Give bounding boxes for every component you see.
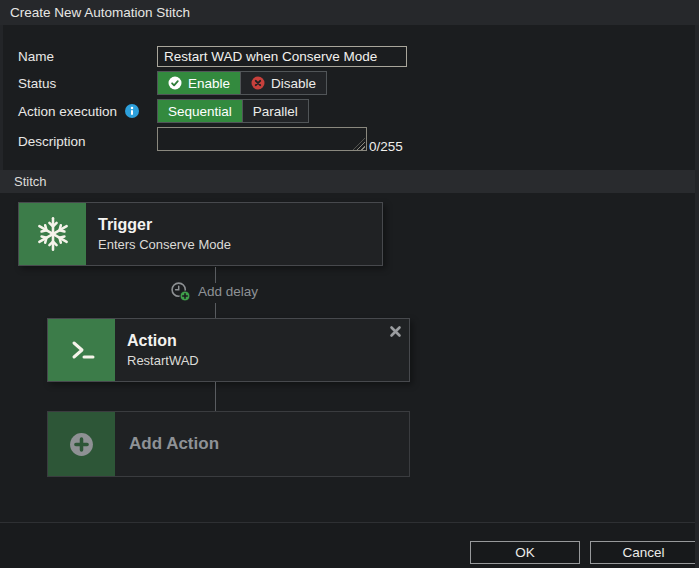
trigger-card[interactable]: Trigger Enters Conserve Mode	[18, 202, 383, 266]
sequential-button[interactable]: Sequential	[158, 100, 242, 122]
plus-circle-icon	[68, 431, 95, 458]
description-label: Description	[18, 134, 157, 149]
action-execution-row: Action execution Sequential Parallel	[18, 99, 407, 123]
cancel-button[interactable]: Cancel	[590, 541, 697, 564]
check-circle-icon	[168, 76, 182, 90]
enable-label: Enable	[188, 76, 230, 91]
dialog-footer: OK Cancel	[0, 523, 699, 568]
add-delay-button[interactable]: Add delay	[170, 281, 258, 302]
name-row: Name	[18, 45, 407, 67]
stitch-section-header: Stitch	[0, 170, 699, 193]
description-field-wrap	[157, 127, 367, 155]
sequential-label: Sequential	[168, 104, 232, 119]
parallel-button[interactable]: Parallel	[242, 100, 308, 122]
add-action-icon-square	[48, 412, 115, 476]
disable-label: Disable	[271, 76, 316, 91]
remove-action-icon[interactable]	[389, 325, 402, 338]
trigger-subtitle: Enters Conserve Mode	[98, 237, 231, 252]
connector-line	[215, 303, 216, 318]
parallel-label: Parallel	[253, 104, 298, 119]
status-enable-button[interactable]: Enable	[158, 72, 240, 94]
status-row: Status Enable Disable	[18, 71, 407, 95]
snowflake-icon	[35, 216, 71, 252]
add-action-card[interactable]: Add Action	[47, 411, 410, 477]
status-disable-button[interactable]: Disable	[240, 72, 326, 94]
status-label: Status	[18, 76, 157, 91]
stitch-section-label: Stitch	[14, 174, 47, 189]
dialog-title: Create New Automation Stitch	[10, 5, 190, 20]
name-input[interactable]	[157, 46, 407, 67]
info-icon[interactable]	[125, 104, 139, 118]
cli-terminal-icon	[67, 338, 97, 362]
connector-line	[215, 382, 216, 411]
stitch-flow-panel: Trigger Enters Conserve Mode Add delay	[0, 193, 699, 523]
description-counter: 0/255	[369, 139, 403, 155]
action-icon-square	[48, 319, 115, 381]
name-label: Name	[18, 49, 157, 64]
add-delay-label: Add delay	[198, 284, 258, 299]
action-execution-label: Action execution	[18, 104, 157, 119]
action-title: Action	[127, 332, 199, 350]
ok-button[interactable]: OK	[470, 541, 580, 564]
description-textarea[interactable]	[157, 127, 367, 151]
action-subtitle: RestartWAD	[127, 353, 199, 368]
stitch-form: Name Status Enable Disable	[18, 45, 407, 159]
page-edge-right	[695, 25, 699, 568]
action-execution-toggle-group: Sequential Parallel	[157, 99, 309, 123]
clock-plus-icon	[170, 281, 191, 302]
dialog-titlebar: Create New Automation Stitch	[0, 0, 699, 25]
status-toggle-group: Enable Disable	[157, 71, 327, 95]
trigger-title: Trigger	[98, 216, 231, 234]
description-row: Description 0/255	[18, 127, 407, 155]
add-action-label: Add Action	[129, 434, 219, 454]
x-circle-icon	[251, 76, 265, 90]
trigger-icon-square	[19, 203, 86, 265]
action-card[interactable]: Action RestartWAD	[47, 318, 410, 382]
create-automation-stitch-dialog: Create New Automation Stitch Name Status…	[0, 0, 699, 568]
